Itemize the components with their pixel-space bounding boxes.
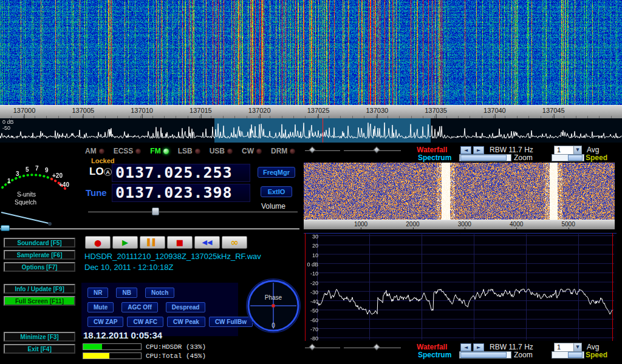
brightness-slider-track[interactable]: [305, 149, 340, 151]
mode-usb-button[interactable]: USB: [210, 147, 233, 155]
mode-am-label: AM: [85, 147, 97, 155]
af-waterfall-display[interactable]: [304, 163, 615, 220]
lo-frequency-display[interactable]: 0137.025.253: [112, 164, 250, 182]
contrast-slider-track[interactable]: [344, 149, 401, 151]
brightness-slider-handle[interactable]: [309, 343, 315, 350]
fullscreen-button[interactable]: Full Screen [F11]: [4, 296, 75, 306]
mode-ecss-button[interactable]: ECSS: [114, 147, 142, 155]
avg-select-value: 1: [557, 146, 561, 153]
avg-select[interactable]: 1▼: [554, 146, 582, 155]
mode-drm-button[interactable]: DRM: [271, 147, 295, 155]
speed-scrollbar[interactable]: [552, 154, 584, 161]
rbw-increase-button[interactable]: ►: [473, 146, 484, 154]
contrast-slider-handle[interactable]: [373, 343, 380, 350]
rf-waterfall-display[interactable]: [0, 0, 622, 105]
af-db-label: -40: [304, 298, 318, 305]
zoom-scrollbar[interactable]: [459, 351, 511, 359]
loop-button[interactable]: ∞: [222, 236, 247, 249]
speed-scrollbar-thumb[interactable]: [568, 352, 583, 358]
freq-tick-label: 137040: [484, 107, 506, 114]
dsp-cw-zap-button[interactable]: CW ZAP: [87, 317, 123, 327]
waterfall-label[interactable]: Waterfall: [417, 146, 447, 154]
af-tick-label: 5000: [561, 221, 575, 228]
mode-ecss-label: ECSS: [114, 147, 134, 155]
rbw-decrease-button[interactable]: ◄: [460, 343, 471, 351]
af-frequency-scale[interactable]: 10002000300040005000: [304, 220, 615, 229]
dsp-agc-off-button[interactable]: AGC Off: [121, 302, 157, 312]
locked-label: Locked: [91, 157, 115, 164]
spectrum-label[interactable]: Spectrum: [418, 351, 451, 359]
record-button[interactable]: ●: [85, 236, 111, 249]
zoom-scrollbar[interactable]: [459, 154, 511, 161]
options-button[interactable]: Options [F7]: [4, 262, 75, 272]
rf-frequency-scale[interactable]: 1370001370051370101370151370201370251370…: [0, 105, 622, 118]
freq-tick-label: 137030: [366, 107, 388, 114]
freqmgr-button[interactable]: FreqMgr: [258, 167, 295, 178]
waterfall-label[interactable]: Waterfall: [417, 343, 447, 351]
mode-cw-button[interactable]: CW: [242, 147, 262, 155]
exit-button[interactable]: Exit [F4]: [4, 344, 75, 354]
recording-file-date: Dec 10, 2011 - 12:10:18Z: [84, 263, 173, 272]
lo-label: LO: [89, 166, 104, 178]
soundcard-button[interactable]: Soundcard [F5]: [4, 238, 75, 248]
brightness-slider-track[interactable]: [305, 346, 340, 348]
squelch-label: Squelch: [15, 199, 36, 206]
zoom-label: Zoom: [514, 153, 533, 162]
avg-select-arrow-icon[interactable]: ▼: [573, 343, 581, 351]
mode-fm-button[interactable]: FM: [150, 147, 168, 155]
spectrum-label[interactable]: Spectrum: [418, 153, 451, 162]
rewind-icon: ◀◀: [202, 239, 213, 246]
tune-frequency-display[interactable]: 0137.023.398: [112, 184, 250, 202]
squelch-slider-track[interactable]: [0, 228, 299, 229]
mode-cw-led-icon: [256, 149, 262, 154]
af-spectrum-display[interactable]: 3020100 dB-10-20-30-40-50-60-70-80: [304, 233, 617, 341]
dsp-despread-button[interactable]: Despread: [166, 302, 206, 312]
play-button[interactable]: ▶: [112, 236, 138, 249]
cpu-total-bar: [83, 352, 142, 359]
af-db-label: -50: [304, 308, 318, 314]
volume-slider-handle[interactable]: [152, 207, 159, 215]
stop-button[interactable]: ■: [167, 236, 193, 249]
overview-spectrum[interactable]: 0 dB -50: [0, 118, 622, 143]
af-db-label: -20: [304, 280, 318, 286]
dsp-mute-button[interactable]: Mute: [87, 302, 114, 312]
volume-slider-track[interactable]: [88, 211, 298, 212]
zoom-scrollbar-thumb[interactable]: [460, 155, 507, 161]
s-meter-needle: [1, 212, 49, 223]
contrast-slider-track[interactable]: [344, 346, 401, 348]
brightness-slider-handle[interactable]: [309, 146, 315, 153]
rewind-button[interactable]: ◀◀: [194, 236, 220, 249]
minimize-button[interactable]: Minimize [F3]: [4, 332, 75, 342]
af-waterfall-canvas: [304, 163, 615, 220]
rbw-increase-button[interactable]: ►: [473, 343, 484, 351]
samplerate-button[interactable]: Samplerate [F6]: [4, 250, 75, 260]
extio-button[interactable]: ExtIO: [261, 186, 292, 197]
pause-button[interactable]: ▌▌: [140, 236, 165, 249]
zoom-scrollbar-thumb[interactable]: [460, 352, 507, 358]
af-db-label: 0 dB: [304, 261, 318, 268]
rbw-value-label: RBW 11.7 Hz: [490, 146, 533, 154]
dsp-nb-button[interactable]: NB: [116, 288, 137, 298]
info-update-button[interactable]: Info / Update [F9]: [4, 284, 75, 294]
freq-tick-label: 137035: [425, 107, 447, 114]
dsp-notch-button[interactable]: Notch: [145, 288, 174, 298]
rbw-decrease-button[interactable]: ◄: [460, 146, 471, 154]
dsp-nr-button[interactable]: NR: [87, 288, 108, 298]
freq-tick-label: 137000: [13, 107, 36, 114]
tune-label: Tune: [86, 187, 107, 198]
dsp-cw-afc-button[interactable]: CW AFC: [127, 317, 163, 327]
avg-select-arrow-icon[interactable]: ▼: [573, 146, 581, 154]
contrast-slider-handle[interactable]: [373, 146, 380, 153]
dsp-cw-peak-button[interactable]: CW Peak: [167, 317, 205, 327]
speed-label: Speed: [586, 153, 607, 162]
squelch-slider-handle[interactable]: [1, 225, 10, 231]
mode-lsb-button[interactable]: LSB: [178, 147, 200, 155]
speed-scrollbar-thumb[interactable]: [568, 155, 583, 161]
mode-usb-label: USB: [210, 147, 225, 155]
mode-am-button[interactable]: AM: [85, 147, 104, 155]
lo-lock-badge[interactable]: A: [104, 168, 112, 176]
avg-select[interactable]: 1▼: [554, 343, 582, 352]
af-db-label: -60: [304, 317, 318, 323]
mode-drm-label: DRM: [271, 147, 287, 155]
speed-scrollbar[interactable]: [552, 351, 584, 359]
